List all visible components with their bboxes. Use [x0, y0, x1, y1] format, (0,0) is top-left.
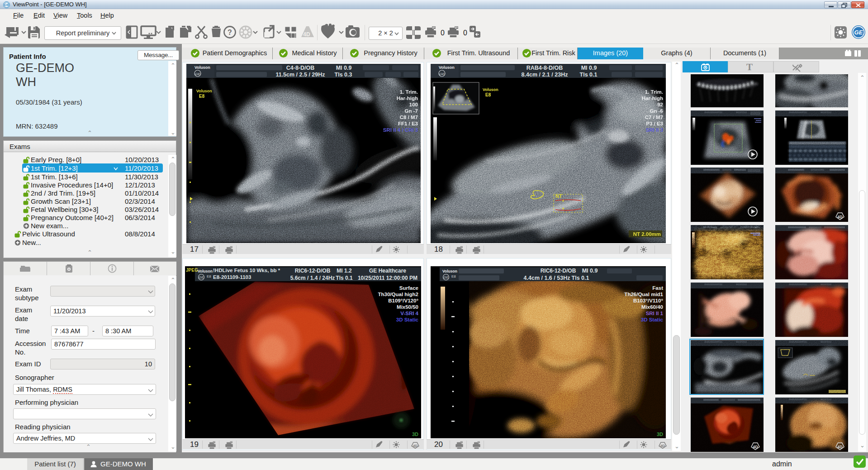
- svg-text:SRI II 1: SRI II 1: [646, 311, 664, 316]
- svg-text:P3 / E3: P3 / E3: [646, 121, 663, 126]
- svg-text:Tls 0.3: Tls 0.3: [335, 72, 352, 78]
- svg-text:Voluson: Voluson: [194, 65, 210, 70]
- svg-text:SRI II 4 / CRI 3: SRI II 4 / CRI 3: [383, 127, 418, 133]
- svg-text:B109°/V120°: B109°/V120°: [388, 298, 418, 303]
- svg-text:RAB4-8-D/OB: RAB4-8-D/OB: [526, 65, 563, 71]
- svg-text:Voluson: Voluson: [196, 89, 212, 93]
- svg-text:0: 0: [463, 29, 467, 37]
- svg-text:Th26/Qual mid1: Th26/Qual mid1: [624, 292, 663, 297]
- svg-text:Har-high: Har-high: [642, 96, 663, 101]
- svg-text:Mix50/50: Mix50/50: [397, 304, 418, 310]
- svg-text:V-SRI 4: V-SRI 4: [400, 311, 418, 316]
- svg-text:Surface: Surface: [399, 285, 418, 291]
- svg-text:4D: 4D: [303, 31, 310, 38]
- svg-text:100: 100: [409, 102, 418, 107]
- svg-text:E8-201109-1103: E8-201109-1103: [213, 274, 251, 280]
- svg-text:3D Static: 3D Static: [641, 317, 664, 322]
- svg-text:Voluson: Voluson: [442, 269, 457, 273]
- svg-text:C7 / M7: C7 / M7: [645, 115, 663, 120]
- svg-text:Har-high: Har-high: [397, 96, 418, 101]
- svg-text:3D Static: 3D Static: [396, 317, 419, 322]
- svg-text:Gn -7: Gn -7: [405, 108, 418, 114]
- svg-text:NT: NT: [555, 193, 562, 199]
- svg-text:NT 2.00mm: NT 2.00mm: [633, 231, 661, 237]
- svg-text:GE: GE: [444, 275, 449, 279]
- svg-text:GE: GE: [854, 29, 863, 36]
- svg-text:4.4cm / 1.6 / 53Hz: 4.4cm / 1.6 / 53Hz: [524, 275, 570, 281]
- svg-text:10/25/2011 12:00:00 PM: 10/25/2011 12:00:00 PM: [358, 275, 417, 281]
- svg-text:C4-8-D/OB: C4-8-D/OB: [286, 65, 315, 71]
- svg-text:RIC6-12-D/OB: RIC6-12-D/OB: [541, 268, 576, 274]
- svg-text:92: 92: [657, 102, 663, 107]
- svg-text:Gn -6: Gn -6: [650, 108, 663, 114]
- svg-text:Tls 0.1: Tls 0.1: [580, 72, 598, 78]
- svg-text:MI 0.9: MI 0.9: [582, 268, 598, 274]
- svg-text:11.5cm / 2.5 / 29Hz: 11.5cm / 2.5 / 29Hz: [275, 72, 325, 78]
- svg-text:Fast: Fast: [652, 285, 663, 291]
- svg-text:Tls 0.1: Tls 0.1: [336, 275, 353, 281]
- svg-text:E8: E8: [451, 274, 456, 278]
- svg-text:Th30/Qual high2: Th30/Qual high2: [378, 292, 418, 297]
- svg-text:Mix60/40: Mix60/40: [641, 304, 663, 310]
- svg-text:GE Healthcare: GE Healthcare: [369, 268, 406, 274]
- svg-text:MI 1.2: MI 1.2: [337, 268, 352, 274]
- svg-text:Voluson: Voluson: [483, 87, 498, 92]
- svg-text:3D: 3D: [657, 432, 663, 437]
- svg-text:GE: GE: [199, 275, 204, 279]
- svg-text:!HDLive Fetus 10 Wks, bb *: !HDLive Fetus 10 Wks, bb *: [213, 268, 280, 273]
- svg-text:Tls 0.1: Tls 0.1: [572, 275, 589, 281]
- svg-text:SRI II 3: SRI II 3: [646, 127, 663, 133]
- svg-text:8.4cm / 2.1 / 23Hz: 8.4cm / 2.1 / 23Hz: [522, 72, 568, 78]
- svg-text:1. Trim.: 1. Trim.: [400, 89, 418, 95]
- svg-text:GE: GE: [439, 72, 445, 76]
- svg-text:MI 0.9: MI 0.9: [336, 65, 352, 71]
- svg-text:3D: 3D: [412, 432, 418, 437]
- svg-text:MI 0.9: MI 0.9: [581, 65, 597, 71]
- svg-text:?: ?: [228, 29, 232, 36]
- svg-text:E8: E8: [199, 94, 205, 99]
- svg-text:0: 0: [441, 29, 445, 37]
- svg-text:E8: E8: [207, 274, 211, 278]
- svg-text:GE: GE: [195, 72, 200, 76]
- svg-text:Voluson: Voluson: [439, 65, 455, 70]
- svg-text:RIC6-12-D/OB: RIC6-12-D/OB: [295, 268, 331, 274]
- svg-text:GE: GE: [4, 3, 9, 6]
- svg-text:1. Trim.: 1. Trim.: [645, 89, 663, 95]
- svg-text:FF1 / E3: FF1 / E3: [398, 121, 418, 126]
- svg-text:E8: E8: [485, 92, 491, 97]
- svg-text:B103°/V110°: B103°/V110°: [633, 298, 664, 303]
- svg-text:JPEG: JPEG: [186, 268, 198, 273]
- svg-text:5.6cm / 1.4 / 24Hz: 5.6cm / 1.4 / 24Hz: [290, 275, 335, 281]
- svg-text:Voluson: Voluson: [198, 269, 213, 273]
- svg-text:C8 / M7: C8 / M7: [400, 115, 418, 120]
